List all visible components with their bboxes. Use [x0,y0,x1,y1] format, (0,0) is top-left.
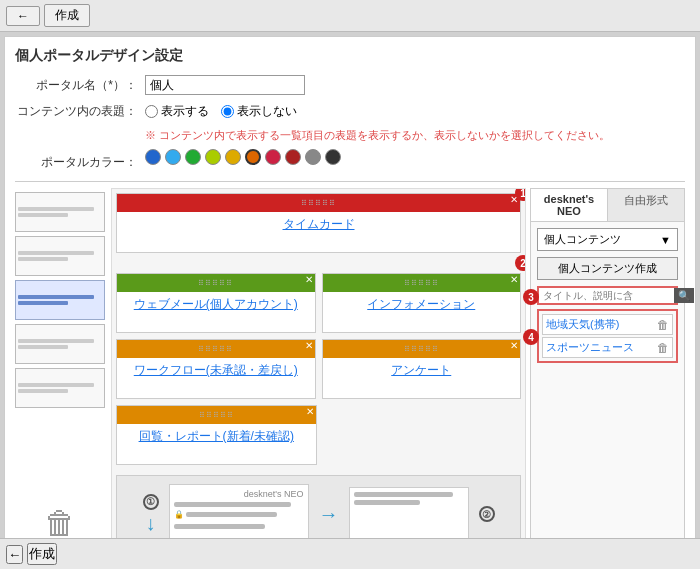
color-dot-1[interactable] [165,149,181,165]
widget-webmail-link[interactable]: ウェブメール(個人アカウント) [134,297,298,311]
color-dot-7[interactable] [285,149,301,165]
badge-2: 2 [515,255,526,271]
widget-survey-link[interactable]: アンケート [391,363,451,377]
create-content-btn[interactable]: 個人コンテンツ作成 [537,257,678,280]
badge-3: 3 [523,289,539,305]
arrow-right: → [319,503,339,526]
chevron-down-icon: ▼ [660,234,671,246]
color-dot-8[interactable] [305,149,321,165]
tab-freeform[interactable]: 自由形式 [608,189,684,221]
color-dot-4[interactable] [225,149,241,165]
content-item-2-link[interactable]: スポーツニュース [546,340,634,355]
widget-info-link[interactable]: インフォメーション [367,297,475,311]
widget-close-survey[interactable]: ✕ [510,341,518,351]
create-button-top[interactable]: 作成 [44,4,90,27]
widget-workflow-link[interactable]: ワークフロー(未承認・差戻し) [134,363,298,377]
content-dropdown-btn[interactable]: 個人コンテンツ ▼ [537,228,678,251]
widget-close-info[interactable]: ✕ [510,275,518,285]
radio-hide[interactable]: 表示しない [221,103,297,120]
page-title: 個人ポータルデザイン設定 [15,47,685,65]
circle-1-icon: ① [143,494,159,510]
widget-survey: ⠿⠿⠿⠿⠿ ✕ アンケート [322,339,522,399]
back-button-bottom[interactable]: ← [6,545,23,564]
trash-item-2[interactable]: 🗑 [657,341,669,355]
top-bar: ← 作成 [0,0,700,32]
preview-box-1: desknet's NEO 🔒 [169,484,309,544]
back-button-top[interactable]: ← [6,6,40,26]
widget-report-link[interactable]: 回覧・レポート(新着/未確認) [139,429,294,443]
color-dot-2[interactable] [185,149,201,165]
badge-4: 4 [523,329,539,345]
list-item-2[interactable]: スポーツニュース 🗑 [542,337,673,358]
search-input[interactable] [539,288,674,303]
trash-icon: 🗑 [44,505,76,542]
search-row: 🔍 [537,286,678,305]
thumb-item-5[interactable] [15,368,105,408]
portal-color-label: ポータルカラー： [15,154,145,171]
content-list: 地域天気(携帯) 🗑 スポーツニュース 🗑 [537,309,678,363]
preview-box-2 [349,487,469,542]
search-button[interactable]: 🔍 [674,288,694,303]
widget-workflow: ⠿⠿⠿⠿⠿ ✕ ワークフロー(未承認・差戻し) [116,339,316,399]
thumb-item-3[interactable] [15,280,105,320]
widget-information: ⠿⠿⠿⠿⠿ ✕ インフォメーション [322,273,522,333]
trash-item-1[interactable]: 🗑 [657,318,669,332]
color-dot-6[interactable] [265,149,281,165]
hint-text: ※ コンテンツ内で表示する一覧項目の表題を表示するか、表示しないかを選択してくだ… [145,128,685,143]
portal-name-input[interactable] [145,75,305,95]
color-dot-5[interactable] [245,149,261,165]
list-item-1[interactable]: 地域天気(携帯) 🗑 [542,314,673,335]
left-sidebar: 🗑 Trash Box [15,188,105,558]
color-dot-9[interactable] [325,149,341,165]
widget-timecard-link[interactable]: タイムカード [283,217,355,231]
thumb-item-4[interactable] [15,324,105,364]
widget-close-report[interactable]: ✕ [306,407,314,417]
thumb-item-2[interactable] [15,236,105,276]
bottom-bar: ← 作成 [0,538,700,569]
widget-timecard: ⠿⠿⠿⠿⠿ ✕ タイムカード [116,193,521,253]
create-button-bottom[interactable]: 作成 [27,543,57,565]
right-panel: desknet's NEO 自由形式 個人コンテンツ ▼ 個人コンテンツ作成 🔍 [530,188,685,558]
color-dot-0[interactable] [145,149,161,165]
color-dot-3[interactable] [205,149,221,165]
thumb-item-1[interactable] [15,192,105,232]
portal-center: ▲ ⠿⠿⠿⠿⠿ ✕ タイムカード 1 2 [111,188,526,558]
radio-show[interactable]: 表示する [145,103,209,120]
widget-report: ⠿⠿⠿⠿⠿ ✕ 回覧・レポート(新着/未確認) [116,405,317,465]
main-panel: 個人ポータルデザイン設定 ポータル名（*）： コンテンツ内の表題： 表示する 表… [4,36,696,566]
circle-2-icon: ② [479,506,495,522]
widget-close-workflow[interactable]: ✕ [305,341,313,351]
portal-name-label: ポータル名（*）： [15,77,145,94]
content-item-1-link[interactable]: 地域天気(携帯) [546,317,619,332]
widget-webmail: ⠿⠿⠿⠿⠿ ✕ ウェブメール(個人アカウント) [116,273,316,333]
widget-close-webmail[interactable]: ✕ [305,275,313,285]
content-display-label: コンテンツ内の表題： [15,103,145,120]
arrow-down-left: ↓ [146,512,156,535]
tab-desknet[interactable]: desknet's NEO [531,189,608,221]
